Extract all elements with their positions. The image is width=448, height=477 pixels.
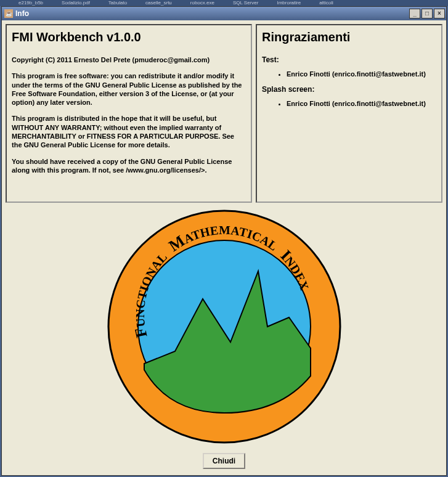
taskbar-item: Tabulato: [108, 0, 127, 6]
window-content: FMI Workbench v1.0.0 Copyright (C) 2011 …: [2, 20, 446, 475]
taskbar-item: caselle_srtu: [145, 0, 172, 6]
license-panel: FMI Workbench v1.0.0 Copyright (C) 2011 …: [6, 24, 252, 203]
app-title: FMI Workbench v1.0.0: [12, 30, 246, 44]
taskbar-item: Sodalizio.pdf: [62, 0, 90, 6]
splash-label: Splash screen:: [262, 85, 436, 94]
taskbar-item: SQL Server: [233, 0, 259, 6]
credits-heading: Ringraziamenti: [262, 30, 436, 44]
button-bar: Chiudi: [6, 450, 442, 471]
credits-panel: Ringraziamenti Test: Enrico Finotti (enr…: [256, 24, 442, 203]
license-para-1: This program is free software: you can r…: [12, 71, 246, 107]
titlebar[interactable]: ☕ Info _ □ ×: [2, 7, 446, 20]
taskbar-item: e219b_b5b: [18, 0, 43, 6]
test-credit: Enrico Finotti (enrico.finotti@fastwebne…: [287, 69, 436, 80]
license-para-3: You should have received a copy of the G…: [12, 157, 246, 175]
license-para-2: This program is distributed in the hope …: [12, 114, 246, 149]
minimize-button[interactable]: _: [409, 9, 420, 18]
info-window: ☕ Info _ □ × FMI Workbench v1.0.0 Copyri…: [1, 6, 447, 476]
logo-area: FUNCTIONAL MATHEMATICAL INDEX: [6, 203, 442, 450]
java-icon: ☕: [4, 9, 13, 18]
taskbar-item: robocx.exe: [190, 0, 214, 6]
taskbar-item: Imbroratire: [277, 0, 301, 6]
desktop-taskbar: e219b_b5b Sodalizio.pdf Tabulato caselle…: [0, 0, 448, 6]
window-title: Info: [15, 9, 409, 18]
splash-credit: Enrico Finotti (enrico.finotti@fastwebne…: [287, 99, 436, 110]
fmi-logo: FUNCTIONAL MATHEMATICAL INDEX: [107, 210, 341, 444]
close-window-button[interactable]: ×: [434, 9, 445, 18]
copyright-text: Copyright (C) 2011 Ernesto Del Prete (pm…: [12, 55, 246, 64]
test-label: Test:: [262, 55, 436, 64]
maximize-button[interactable]: □: [422, 9, 433, 18]
close-button[interactable]: Chiudi: [203, 453, 245, 469]
taskbar-item: atticoli: [319, 0, 333, 6]
